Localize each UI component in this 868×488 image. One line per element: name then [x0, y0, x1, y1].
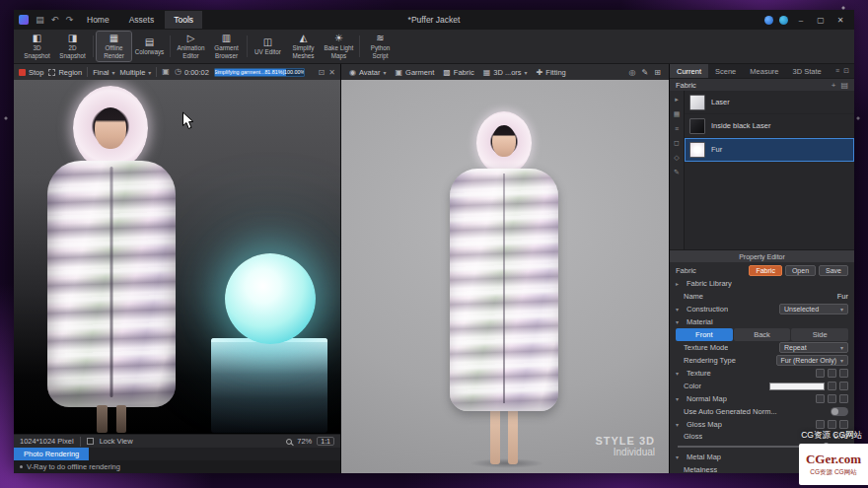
tab-home[interactable]: Home — [78, 11, 118, 29]
metalness-label: Metalness — [676, 465, 717, 473]
puffer-coat[interactable] — [450, 169, 558, 411]
avatar-menu-button[interactable]: ◉ Avatar ▾ — [349, 68, 387, 77]
texture-clear-button[interactable] — [839, 369, 848, 378]
fabric-item-fur[interactable]: Fur — [685, 138, 854, 162]
name-value[interactable]: Fur — [837, 292, 848, 301]
texture-mode-value: Repeat — [784, 344, 807, 351]
ribbon-button-garment-browser[interactable]: ▥ Garment Browser — [209, 32, 244, 61]
zoom-icon[interactable] — [286, 439, 292, 445]
render-viewport[interactable] — [14, 80, 340, 434]
file-menu-icon[interactable]: ▤ — [34, 10, 46, 30]
save-button[interactable]: Save — [819, 265, 848, 276]
tab-measure[interactable]: Measure — [743, 64, 785, 78]
3d-viewport[interactable]: STYLE 3D Individual — [341, 80, 669, 473]
edit-icon[interactable]: ✎ — [674, 169, 680, 176]
color-swatch[interactable] — [769, 383, 825, 390]
fabric-menu-button[interactable]: ▩ Fabric — [443, 68, 473, 77]
garment-menu-button[interactable]: ▣ Garment — [396, 68, 435, 77]
list-view-icon[interactable]: ▤ — [840, 81, 848, 90]
uv-editor-icon: ◫ — [263, 37, 272, 47]
final-dropdown[interactable]: Final ▾ — [93, 68, 114, 77]
zoom-value[interactable]: 72% — [297, 437, 312, 446]
texture-mode-dropdown[interactable]: Repeat ▾ — [779, 342, 848, 353]
auto-normal-toggle[interactable] — [831, 407, 848, 416]
construction-dropdown[interactable]: Unselected ▾ — [779, 304, 848, 314]
ribbon-button-colorways[interactable]: ▤ Colorways — [132, 32, 167, 61]
gloss-label: Gloss — [676, 432, 702, 441]
tab-scene[interactable]: Scene — [708, 64, 743, 78]
grid-icon[interactable]: ▦ — [674, 110, 681, 118]
undo-icon[interactable]: ↶ — [48, 10, 61, 30]
diamond-icon[interactable]: ◇ — [674, 154, 679, 162]
render-sphere-icon[interactable]: ◎ — [629, 68, 636, 77]
color-picker-button[interactable] — [828, 382, 836, 390]
color-reset-button[interactable] — [839, 382, 848, 390]
fabric-button[interactable]: Fabric — [749, 265, 781, 276]
photo-rendering-tab[interactable]: Photo Rendering — [14, 448, 89, 460]
render-settings-icon[interactable]: ▣ — [162, 68, 170, 76]
tab-tools[interactable]: Tools — [165, 11, 202, 29]
tab-current[interactable]: Current — [670, 64, 708, 78]
fabric-item-laser[interactable]: Laser — [685, 91, 854, 114]
stop-button[interactable]: Stop — [19, 68, 43, 77]
swatch-icon[interactable]: ◻ — [674, 139, 680, 147]
multiple-dropdown[interactable]: Multiple ▾ — [120, 68, 152, 77]
lock-view-checkbox[interactable] — [87, 438, 94, 445]
normal-map-link-button[interactable] — [828, 394, 836, 403]
maximize-button[interactable]: ▢ — [814, 16, 828, 25]
account-icon[interactable] — [764, 16, 773, 25]
color-row: Color — [676, 380, 848, 392]
close-button[interactable]: ✕ — [833, 16, 847, 25]
normal-map-row[interactable]: ▾ Normal Map — [676, 392, 848, 405]
gloss-map-slot-button[interactable] — [816, 420, 825, 429]
expand-view-icon[interactable]: ⊞ — [654, 68, 661, 77]
chevron-down-icon[interactable]: ▾ — [676, 306, 683, 313]
material-row[interactable]: ▾ Material — [676, 315, 848, 328]
one-to-one-button[interactable]: 1:1 — [317, 437, 334, 446]
fitting-menu-button[interactable]: ✚ Fitting — [537, 68, 566, 77]
layers-icon[interactable]: ≡ — [675, 125, 679, 132]
gloss-map-clear-button[interactable] — [839, 420, 848, 429]
tab-assets[interactable]: Assets — [120, 11, 164, 29]
ribbon-button-3d-snapshot[interactable]: ◧ 3D Snapshot — [20, 32, 54, 61]
add-fabric-icon[interactable]: + — [832, 81, 836, 90]
screen: ▤ ↶ ↷ Home Assets Tools *Puffer Jacket –… — [0, 0, 868, 488]
name-label: Name — [676, 292, 703, 301]
pen-icon[interactable]: ✎ — [642, 68, 649, 77]
3d-colors-menu-button[interactable]: ▦ 3D ...ors ▾ — [483, 68, 528, 77]
rendering-type-dropdown[interactable]: Fur (Render Only) ▾ — [776, 355, 848, 366]
ribbon-button-offline-render[interactable]: ▦ Offline Render — [97, 32, 131, 61]
close-panel-icon[interactable]: ✕ — [328, 68, 335, 77]
cloud-sync-icon[interactable] — [779, 16, 788, 25]
detach-panel-icon[interactable]: ⊡ — [319, 68, 326, 77]
front-tab[interactable]: Front — [676, 328, 733, 341]
fabric-library-row[interactable]: ▸ Fabric Library — [676, 277, 848, 290]
open-button[interactable]: Open — [785, 265, 816, 276]
ribbon-button-2d-snapshot[interactable]: ◨ 2D Snapshot — [55, 32, 90, 61]
normal-map-slot-button[interactable] — [816, 394, 825, 403]
redo-icon[interactable]: ↷ — [63, 10, 76, 30]
texture-link-button[interactable] — [828, 369, 836, 378]
panel-dock-icon[interactable]: ⊡ — [843, 67, 849, 75]
ribbon-button-simplify-meshes[interactable]: ◭ Simplify Meshes — [286, 32, 321, 61]
fabric-item-inside-black-laser[interactable]: Inside black Laser — [685, 114, 854, 138]
gloss-map-link-button[interactable] — [828, 420, 836, 429]
avatar-icon: ◉ — [349, 68, 356, 77]
tab-3d-state[interactable]: 3D State — [785, 64, 828, 78]
region-button[interactable]: Region — [48, 68, 82, 77]
texture-row[interactable]: ▾ Texture — [676, 367, 848, 380]
ribbon-button-animation-editor[interactable]: ▷ Animation Editor — [174, 32, 208, 61]
status-text: V-Ray to do offline rendering — [27, 462, 120, 471]
expand-all-icon[interactable]: ▸ — [675, 96, 679, 104]
panel-menu-icon[interactable]: ≡ — [835, 67, 839, 75]
titlebar: ▤ ↶ ↷ Home Assets Tools *Puffer Jacket –… — [14, 10, 854, 30]
back-tab[interactable]: Back — [734, 328, 791, 341]
normal-map-clear-button[interactable] — [839, 394, 848, 403]
viewport-avatar[interactable] — [450, 111, 558, 466]
ribbon-button-bake-light-maps[interactable]: ☀ Bake Light Maps — [322, 32, 356, 61]
ribbon-button-python-script[interactable]: ≋ Python Script — [363, 32, 398, 61]
side-tab[interactable]: Side — [791, 328, 848, 341]
texture-slot-button[interactable] — [816, 369, 825, 378]
ribbon-button-uv-editor[interactable]: ◫ UV Editor — [251, 32, 285, 61]
minimize-button[interactable]: – — [794, 16, 808, 25]
